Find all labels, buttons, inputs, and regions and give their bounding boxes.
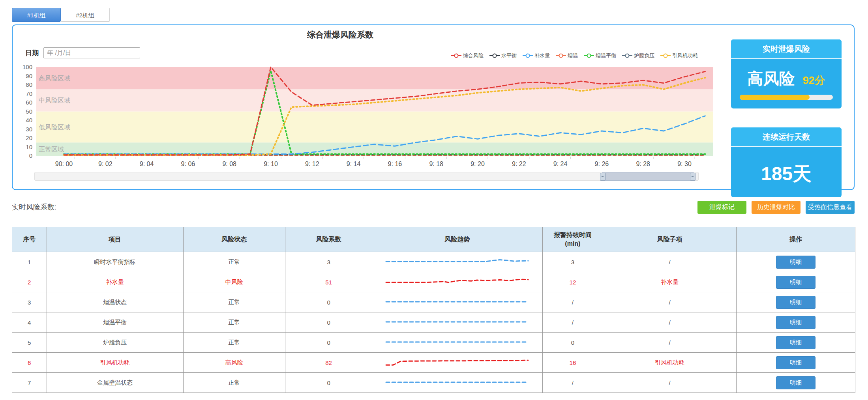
risk-zone-label: 中风险区域 [39,97,70,104]
tab-unit-1[interactable]: #1机组 [12,8,61,22]
table-cell: 引风机功耗 [47,353,183,373]
detail-button[interactable]: 明细 [776,316,816,329]
detail-button[interactable]: 明细 [776,256,816,269]
running-days-card-header: 连续运行天数 [731,127,842,147]
table-cell: / [542,373,603,393]
x-axis-tick-label: 9: 24 [553,161,568,167]
realtime-risk-card-header: 实时泄爆风险 [731,39,842,59]
action-cell: 明细 [736,292,855,312]
legend-item[interactable]: 引风机功耗 [660,52,698,59]
tab-unit-2[interactable]: #2机组 [61,8,110,22]
table-cell: 正常 [183,312,285,333]
table-cell: / [603,312,736,333]
action-cell: 明细 [736,252,855,272]
y-axis-tick-label: 60 [26,99,32,106]
explosion-risk-dashboard: #1机组#2机组 综合泄爆风险系数 日期 综合风险水平衡补水量烟温烟温平衡炉膛负… [0,0,868,400]
table-row: 3烟温状态正常0//明细 [12,292,855,312]
action-button[interactable]: 历史泄爆对比 [752,201,801,214]
trend-cell [372,292,542,312]
legend-item[interactable]: 烟温 [556,52,578,59]
legend-item[interactable]: 补水量 [523,52,550,59]
chart-title: 综合泄爆风险系数 [13,29,668,40]
action-cell: 明细 [736,373,855,393]
table-row: 6引风机功耗高风险8216引风机功耗明细 [12,353,855,373]
datazoom-window[interactable] [602,172,694,181]
risk-zone-band [36,112,713,143]
table-cell: 5 [12,333,47,353]
y-axis-tick-label: 80 [26,81,32,88]
trend-cell [372,333,542,353]
table-header-cell: 风险子项 [603,227,736,252]
table-cell: 51 [285,272,372,292]
risk-level-text: 高风险 [747,68,795,90]
table-cell: 引风机功耗 [603,353,736,373]
y-axis-tick-label: 0 [29,152,32,159]
legend-item[interactable]: 烟温平衡 [584,52,616,59]
legend-label: 炉膛负压 [634,52,654,59]
trend-sparkline [382,255,532,269]
y-axis-tick-label: 30 [26,126,32,133]
table-cell: 7 [12,373,47,393]
realtime-risk-card: 实时泄爆风险 高风险 92分 [731,39,842,108]
legend-item[interactable]: 炉膛负压 [622,52,654,59]
action-button[interactable]: 泄爆标记 [697,201,746,214]
legend-marker-icon [451,53,461,58]
table-header-cell: 风险趋势 [372,227,542,252]
risk-trend-chart: 正常区域低风险区域中风险区域高风险区域010203040506070809010… [13,63,723,181]
detail-button[interactable]: 明细 [776,276,816,289]
table-cell: 瞬时水平衡指标 [47,252,183,272]
detail-button[interactable]: 明细 [776,296,816,309]
table-row: 1瞬时水平衡指标正常33/明细 [12,252,855,272]
trend-cell [372,272,542,292]
risk-zone-label: 低风险区域 [39,124,70,131]
chart-datazoom-slider[interactable] [34,172,699,181]
table-cell: 中风险 [183,272,285,292]
summary-cards: 实时泄爆风险 高风险 92分 连续运行天数 185天 [731,39,842,197]
x-axis-tick-label: 9: 28 [636,161,650,167]
running-days-value: 185天 [731,161,842,187]
y-axis-tick-label: 10 [26,144,32,150]
table-cell: 0 [542,333,603,353]
x-axis-tick-label: 9: 10 [264,161,278,167]
table-cell: 0 [285,292,372,312]
legend-marker-icon [622,53,632,58]
table-row: 4烟温平衡正常0//明细 [12,312,855,333]
date-input[interactable] [43,47,140,58]
detail-button[interactable]: 明细 [776,356,816,369]
legend-item[interactable]: 水平衡 [489,52,517,59]
legend-label: 烟温平衡 [596,52,616,59]
legend-label: 综合风险 [463,52,484,59]
table-cell: 3 [542,252,603,272]
action-buttons: 泄爆标记历史泄爆对比受热面信息查看 [697,201,855,214]
x-axis-tick-label: 9: 20 [471,161,485,167]
table-cell: 正常 [183,373,285,393]
x-axis-tick-label: 9: 14 [347,161,361,167]
trend-sparkline [382,335,532,350]
risk-level-row: 高风险 92分 [731,68,842,90]
datazoom-right-handle[interactable] [690,173,696,181]
table-cell: 金属壁温状态 [47,373,183,393]
x-axis-tick-label: 9: 16 [388,161,402,167]
table-header-cell: 操作 [736,227,855,252]
table-row: 7金属壁温状态正常0//明细 [12,373,855,393]
unit-tabs: #1机组#2机组 [12,8,110,22]
trend-sparkline [382,355,532,370]
legend-label: 引风机功耗 [672,52,698,59]
action-button[interactable]: 受热面信息查看 [806,201,855,214]
table-header-cell: 风险状态 [183,227,285,252]
datazoom-left-handle[interactable] [600,173,606,181]
detail-button[interactable]: 明细 [776,336,816,349]
detail-button[interactable]: 明细 [776,376,816,389]
trend-sparkline [382,295,532,309]
legend-item[interactable]: 综合风险 [451,52,484,59]
legend-label: 补水量 [534,52,550,59]
trend-cell [372,312,542,333]
legend-marker-icon [523,53,533,58]
table-header-cell: 项目 [47,227,183,252]
legend-marker-icon [489,53,500,58]
y-axis-tick-label: 70 [26,90,32,97]
legend-marker-icon [660,53,671,58]
section-label: 实时风险系数: [12,202,56,212]
table-cell: 正常 [183,333,285,353]
y-axis-tick-label: 20 [26,135,32,141]
